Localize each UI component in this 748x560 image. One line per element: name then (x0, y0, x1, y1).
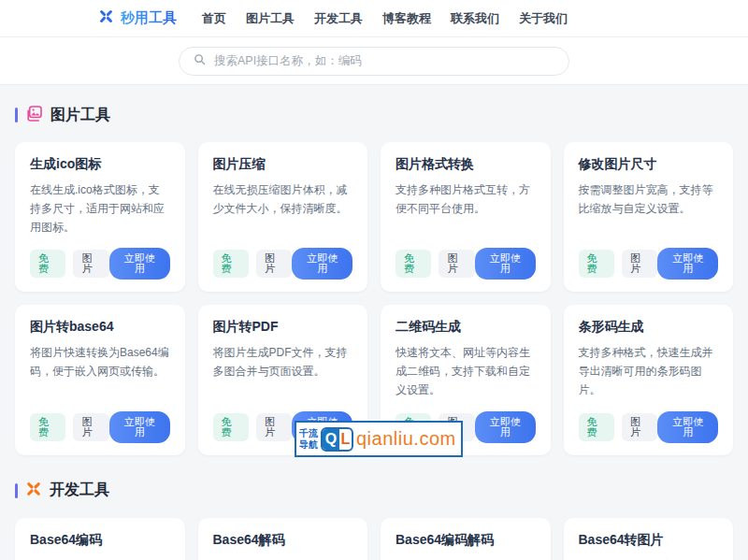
card-footer: 免费 图片 立即使用 (30, 400, 170, 443)
tag-category: 图片 (73, 250, 108, 278)
tool-title: 二维码生成 (396, 319, 536, 336)
tag-free: 免费 (30, 250, 65, 278)
tag-category: 图片 (256, 250, 292, 278)
tool-title: 修改图片尺寸 (579, 156, 719, 173)
tool-desc: 快速将文本、网址等内容生成二维码，支持下载和自定义设置。 (396, 344, 536, 399)
tag-free: 免费 (213, 413, 249, 441)
tag-category: 图片 (622, 250, 657, 278)
card-footer: 免费 图片 立即使用 (30, 237, 170, 280)
main-nav: 首页 图片工具 开发工具 博客教程 联系我们 关于我们 (202, 10, 568, 27)
tool-desc: 在线生成.ico格式图标，支持多尺寸，适用于网站和应用图标。 (30, 181, 170, 237)
dev-tools-icon (25, 481, 42, 501)
tag-category: 图片 (439, 250, 474, 278)
tool-card-base64-encode-decode[interactable]: Base64编码解码 支持对文本进行Base64编码解码，适用于数据传输与加密处… (381, 518, 551, 560)
section-accent-bar (15, 108, 18, 122)
tag-free: 免费 (213, 250, 249, 278)
section-header: 图片工具 (15, 106, 733, 124)
dev-tools-grid: Base64编码 支持对文本进行Base64编码，适用于数据传输与加密处理。 免… (15, 518, 733, 560)
search-band (0, 37, 748, 85)
tool-title: Base64解码 (213, 532, 353, 549)
tool-title: 生成ico图标 (30, 156, 170, 173)
tool-desc: 支持多种格式，快速生成并导出清晰可用的条形码图片。 (579, 344, 719, 399)
search-box[interactable] (179, 47, 569, 76)
tool-card-img-to-base64[interactable]: 图片转base64 将图片快速转换为Base64编码，便于嵌入网页或传输。 免费… (15, 305, 185, 454)
tool-card-barcode[interactable]: 条形码生成 支持多种格式，快速生成并导出清晰可用的条形码图片。 免费 图片 立即… (564, 305, 734, 454)
watermark-site-name: 千流 导航 (299, 428, 318, 450)
tool-title: 图片压缩 (213, 156, 353, 173)
tool-card-base64-to-image[interactable]: Base64转图片 将Base64编码的字符串一键还原为可查看的图片，支持下载。… (564, 518, 734, 560)
tool-card-format-convert[interactable]: 图片格式转换 支持多种图片格式互转，方便不同平台使用。 免费 图片 立即使用 (381, 142, 551, 292)
card-footer: 免费 图片 立即使用 (396, 237, 536, 280)
top-navigation-bar: 秒用工具 首页 图片工具 开发工具 博客教程 联系我们 关于我们 (0, 0, 748, 37)
section-image-tools: 图片工具 生成ico图标 在线生成.ico格式图标，支持多尺寸，适用于网站和应用… (15, 106, 733, 455)
nav-item-about[interactable]: 关于我们 (519, 10, 568, 27)
use-now-button[interactable]: 立即使用 (475, 248, 536, 280)
tag-category: 图片 (256, 413, 292, 441)
watermark-line1: 千流 (299, 428, 318, 439)
tag-free: 免费 (579, 413, 614, 441)
use-now-button[interactable]: 立即使用 (475, 411, 536, 443)
ql-logo-l: L (339, 427, 352, 452)
card-footer: 免费 图片 立即使用 (213, 237, 353, 280)
nav-item-contact[interactable]: 联系我们 (451, 10, 499, 27)
tool-title: Base64编码解码 (396, 532, 536, 549)
section-title: 开发工具 (50, 481, 109, 500)
brand-logo[interactable]: 秒用工具 (98, 8, 177, 28)
watermark-line2: 导航 (299, 439, 318, 451)
tools-logo-icon (98, 8, 114, 28)
qianliu-watermark[interactable]: 千流 导航 Q L qianliu.com (295, 421, 463, 457)
nav-item-dev-tools[interactable]: 开发工具 (314, 10, 363, 27)
tag-category: 图片 (73, 413, 108, 441)
tool-title: 图片转base64 (30, 319, 170, 336)
use-now-button[interactable]: 立即使用 (657, 248, 718, 280)
section-dev-tools: 开发工具 Base64编码 支持对文本进行Base64编码，适用于数据传输与加密… (15, 481, 733, 560)
ql-logo: Q L (321, 427, 353, 452)
tag-free: 免费 (30, 413, 65, 441)
watermark-domain: qianliu.com (356, 428, 456, 450)
tool-title: 图片转PDF (213, 319, 353, 336)
main-content: 图片工具 生成ico图标 在线生成.ico格式图标，支持多尺寸，适用于网站和应用… (0, 106, 748, 560)
card-footer: 免费 图片 立即使用 (579, 237, 719, 280)
tool-card-resize[interactable]: 修改图片尺寸 按需调整图片宽高，支持等比缩放与自定义设置。 免费 图片 立即使用 (564, 142, 734, 292)
tag-free: 免费 (396, 250, 431, 278)
tag-category: 图片 (622, 413, 657, 441)
tool-title: 条形码生成 (579, 319, 719, 336)
use-now-button[interactable]: 立即使用 (109, 411, 170, 443)
ql-logo-q: Q (323, 427, 339, 452)
section-header: 开发工具 (15, 481, 733, 500)
tag-free: 免费 (579, 250, 614, 278)
image-tools-icon (25, 105, 43, 126)
tool-card-base64-decode[interactable]: Base64解码 支持对文本进行Base64解码，适用于数据传输解密处理。 免费… (198, 518, 368, 560)
nav-item-home[interactable]: 首页 (202, 10, 226, 27)
tool-desc: 按需调整图片宽高，支持等比缩放与自定义设置。 (579, 181, 719, 219)
tool-card-compress[interactable]: 图片压缩 在线无损压缩图片体积，减少文件大小，保持清晰度。 免费 图片 立即使用 (198, 142, 368, 292)
tool-desc: 将图片生成PDF文件，支持多图合并与页面设置。 (213, 344, 353, 381)
search-icon (193, 52, 207, 70)
tool-card-base64-encode[interactable]: Base64编码 支持对文本进行Base64编码，适用于数据传输与加密处理。 免… (15, 518, 185, 560)
search-input[interactable] (214, 54, 555, 67)
nav-item-blog[interactable]: 博客教程 (382, 10, 431, 27)
tool-title: Base64转图片 (579, 532, 719, 549)
tool-title: 图片格式转换 (396, 156, 536, 173)
tool-desc: 在线无损压缩图片体积，减少文件大小，保持清晰度。 (213, 181, 353, 219)
tool-card-ico[interactable]: 生成ico图标 在线生成.ico格式图标，支持多尺寸，适用于网站和应用图标。 免… (15, 142, 185, 292)
card-footer: 免费 图片 立即使用 (579, 400, 719, 443)
tool-desc: 将图片快速转换为Base64编码，便于嵌入网页或传输。 (30, 344, 170, 381)
use-now-button[interactable]: 立即使用 (657, 411, 718, 443)
image-tools-grid: 生成ico图标 在线生成.ico格式图标，支持多尺寸，适用于网站和应用图标。 免… (15, 142, 733, 455)
nav-item-image-tools[interactable]: 图片工具 (246, 10, 295, 27)
section-accent-bar (15, 483, 18, 498)
section-title: 图片工具 (50, 106, 110, 125)
brand-name: 秒用工具 (121, 9, 177, 27)
tool-title: Base64编码 (30, 532, 170, 549)
use-now-button[interactable]: 立即使用 (292, 248, 352, 280)
use-now-button[interactable]: 立即使用 (109, 248, 170, 280)
tool-desc: 支持多种图片格式互转，方便不同平台使用。 (396, 181, 536, 219)
